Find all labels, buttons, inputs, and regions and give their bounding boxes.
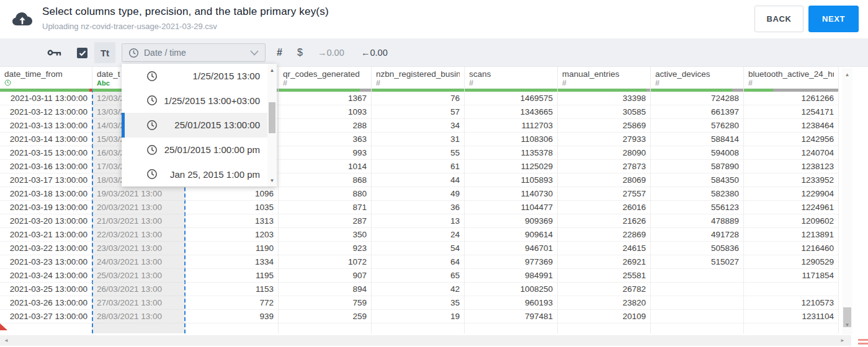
table-cell[interactable]: 24615 [558,242,650,255]
column-header[interactable]: manual_entries# [558,67,650,89]
table-cell[interactable]: 1469575 [465,92,557,105]
table-cell[interactable]: 23/03/2021 13:00 [92,242,185,255]
text-type-button[interactable]: Tt [94,42,115,63]
table-cell[interactable]: 1238464 [744,119,838,133]
table-cell[interactable]: 65 [372,269,464,283]
table-cell[interactable]: 2021-03-13 13:00:00 [0,119,92,133]
scroll-right-icon[interactable]: ► [838,335,848,346]
column-header[interactable]: qr_codes_generated# [279,67,371,89]
column-header[interactable]: scans# [465,67,557,89]
table-cell[interactable]: 2021-03-20 13:00:00 [0,214,92,228]
table-cell[interactable]: 491728 [651,228,743,242]
table-cell[interactable]: 26/03/2021 13:00 [92,283,185,296]
back-button[interactable]: BACK [754,6,803,32]
table-cell[interactable]: 42 [372,283,464,296]
column-header[interactable]: active_devices# [651,67,743,89]
table-cell[interactable]: 2021-03-18 13:00:00 [0,187,92,201]
table-cell[interactable]: 27557 [558,187,650,201]
table-cell[interactable]: 2021-03-24 13:00:00 [0,269,92,283]
table-cell[interactable]: 946701 [465,242,557,255]
table-cell[interactable]: 61 [372,160,464,174]
table-cell[interactable]: 977369 [465,255,557,269]
table-cell[interactable]: 1334 [186,255,278,269]
table-cell[interactable]: 661397 [651,105,743,119]
table-cell[interactable]: 587890 [651,160,743,174]
table-cell[interactable]: 54 [372,242,464,255]
table-cell[interactable]: 21/03/2021 13:00 [92,214,185,228]
table-cell[interactable]: 1290529 [744,255,838,269]
table-cell[interactable]: 25/03/2021 13:00 [92,269,185,283]
table-cell[interactable]: 1190 [186,242,278,255]
table-cell[interactable]: 287 [279,214,371,228]
table-cell[interactable]: 2021-03-26 13:00:00 [0,296,92,310]
table-cell[interactable]: 27/03/2021 13:00 [92,296,185,310]
table-cell[interactable]: 49 [372,187,464,201]
table-cell[interactable]: 1135378 [465,146,557,160]
increase-decimal-button[interactable]: ←0.00 [361,38,388,67]
table-cell[interactable]: 880 [279,187,371,201]
number-type-icon[interactable]: # [277,38,282,67]
scroll-up-icon[interactable]: ▲ [267,65,277,75]
table-cell[interactable]: 907 [279,269,371,283]
column-manual_entries[interactable]: manual_entries#3339830585258692793328090… [558,67,651,333]
table-cell[interactable]: 1231104 [744,310,838,323]
table-cell[interactable]: 23820 [558,296,650,310]
table-cell[interactable]: 1125029 [465,160,557,174]
table-cell[interactable]: 1171854 [744,269,838,283]
column-qr_codes_generated[interactable]: qr_codes_generated#136710932883639931014… [279,67,372,333]
table-cell[interactable]: 515027 [651,255,743,269]
scroll-down-icon[interactable]: ▼ [267,175,277,185]
table-cell[interactable]: 505836 [651,242,743,255]
table-cell[interactable]: 1008250 [465,283,557,296]
table-cell[interactable]: 288 [279,119,371,133]
table-cell[interactable]: 1105893 [465,174,557,187]
table-cell[interactable]: 1343665 [465,105,557,119]
table-cell[interactable]: 57 [372,105,464,119]
table-cell[interactable]: 44 [372,174,464,187]
table-cell[interactable]: 556123 [651,201,743,214]
scroll-left-icon[interactable]: ◄ [1,335,11,346]
include-column-checkbox[interactable] [77,48,87,58]
table-cell[interactable]: 939 [186,310,278,323]
table-cell[interactable]: 2021-03-23 13:00:00 [0,255,92,269]
table-cell[interactable]: 797481 [465,310,557,323]
table-cell[interactable]: 1014 [279,160,371,174]
table-cell[interactable]: 22869 [558,228,650,242]
table-cell[interactable]: 350 [279,228,371,242]
table-cell[interactable]: 772 [186,296,278,310]
table-cell[interactable]: 1261266 [744,92,838,105]
table-cell[interactable]: 1242956 [744,133,838,146]
table-cell[interactable]: 30585 [558,105,650,119]
table-cell[interactable]: 1096 [186,187,278,201]
date-format-option[interactable]: 25/01/2015 1:00:00 pm [122,138,267,162]
table-cell[interactable]: 55 [372,146,464,160]
table-cell[interactable]: 2021-03-19 13:00:00 [0,201,92,214]
table-cell[interactable]: 1210573 [744,296,838,310]
dropdown-scrollbar-thumb[interactable] [269,102,275,133]
table-cell[interactable]: 31 [372,133,464,146]
table-cell[interactable]: 2021-03-16 13:00:00 [0,160,92,174]
date-format-option[interactable]: 1/25/2015 13:00+03:00 [122,89,267,113]
date-format-option[interactable]: 25/01/2015 13:00:00 [122,113,267,138]
table-cell[interactable]: 27933 [558,133,650,146]
column-header[interactable]: nzbn_registered_busine# [372,67,464,89]
table-cell[interactable]: 2021-03-12 13:00:00 [0,105,92,119]
table-cell[interactable]: 25869 [558,119,650,133]
table-cell[interactable]: 1153 [186,283,278,296]
table-cell[interactable]: 1240704 [744,146,838,160]
table-cell[interactable]: 34 [372,119,464,133]
table-cell[interactable]: 2021-03-25 13:00:00 [0,283,92,296]
decrease-decimal-button[interactable]: →0.00 [318,38,344,67]
table-cell[interactable]: 19 [372,310,464,323]
table-cell[interactable]: 2021-03-17 13:00:00 [0,174,92,187]
currency-type-icon[interactable]: $ [297,38,303,67]
table-cell[interactable]: 1224961 [744,201,838,214]
table-cell[interactable] [651,269,743,283]
table-cell[interactable]: 21626 [558,214,650,228]
table-cell[interactable]: 1367 [279,92,371,105]
dropdown-scrollbar[interactable]: ▲ ▼ [267,64,277,187]
table-cell[interactable]: 724288 [651,92,743,105]
table-cell[interactable]: 1195 [186,269,278,283]
column-date_time_from[interactable]: date_time_from2021-03-11 13:00:002021-03… [0,67,92,333]
table-cell[interactable]: 2021-03-27 13:00:00 [0,310,92,323]
